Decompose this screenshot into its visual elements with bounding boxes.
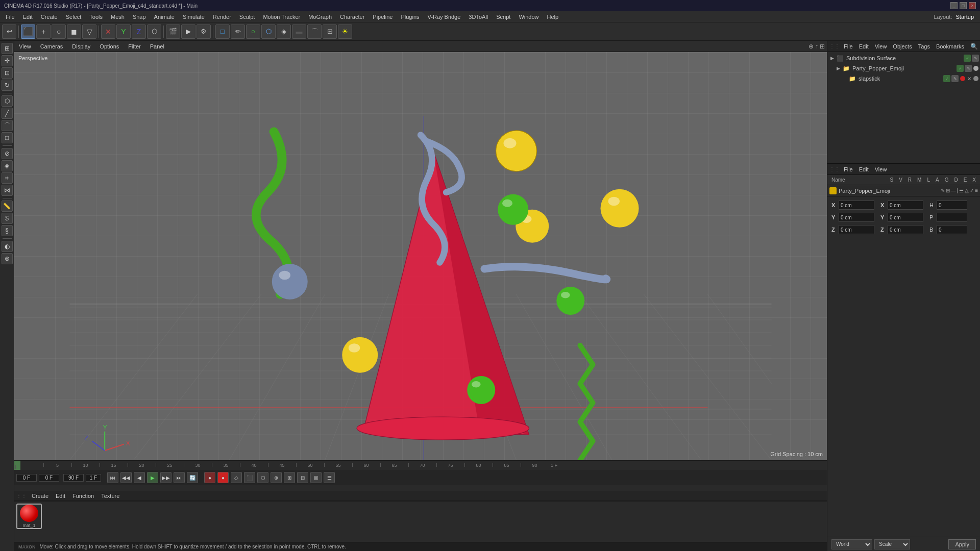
- obj-tool[interactable]: ✏: [231, 24, 245, 39]
- side-line[interactable]: ╱: [2, 108, 13, 119]
- obj-mo[interactable]: ⬡: [261, 24, 276, 39]
- mat-menu-create[interactable]: Create: [30, 493, 51, 499]
- transport-key7[interactable]: ⊠: [310, 472, 322, 483]
- menu-window[interactable]: Window: [515, 13, 542, 21]
- menu-tools[interactable]: Tools: [86, 13, 106, 21]
- tool-poly[interactable]: ⬡: [147, 24, 161, 39]
- close-btn[interactable]: ×: [969, 2, 976, 9]
- transport-loop[interactable]: 🔄: [187, 472, 198, 483]
- attr-badge-6[interactable]: △: [965, 188, 969, 193]
- menu-edit[interactable]: Edit: [19, 13, 36, 21]
- obj-menu-objects[interactable]: Objects: [891, 43, 914, 49]
- transport-step-fwd[interactable]: ▶▶: [160, 472, 172, 483]
- coord-x-pos[interactable]: [839, 201, 874, 210]
- tool-y[interactable]: Y: [116, 24, 131, 39]
- badge-dot-1[interactable]: [973, 66, 978, 71]
- mode-object[interactable]: +: [36, 24, 51, 39]
- undo-btn[interactable]: ↩: [2, 24, 16, 39]
- obj-search-icon[interactable]: 🔍: [970, 43, 978, 50]
- transport-key3[interactable]: ⬡: [257, 472, 268, 483]
- coord-p-val[interactable]: [937, 213, 967, 222]
- mat-menu-edit[interactable]: Edit: [54, 493, 67, 499]
- apply-button[interactable]: Apply: [948, 539, 976, 549]
- side-object[interactable]: □: [2, 132, 13, 143]
- side-poly[interactable]: ⬡: [2, 95, 13, 107]
- attr-badge-2[interactable]: ⊞: [946, 188, 950, 193]
- obj-light2[interactable]: ☀: [338, 24, 352, 39]
- menu-mesh[interactable]: Mesh: [107, 13, 128, 21]
- menu-character[interactable]: Character: [336, 13, 368, 21]
- obj-cube[interactable]: □: [215, 24, 230, 39]
- transport-key1[interactable]: ◇: [231, 472, 242, 483]
- vp-menu-panel[interactable]: Panel: [148, 42, 167, 51]
- obj-camera[interactable]: ▬: [292, 24, 306, 39]
- obj-menu-file[interactable]: File: [842, 43, 855, 49]
- world-dropdown[interactable]: World: [831, 539, 872, 549]
- transport-to-start[interactable]: ⏮: [107, 472, 118, 483]
- frame-current-field[interactable]: [39, 474, 59, 482]
- menu-simulate[interactable]: Simulate: [179, 13, 208, 21]
- vp-menu-options[interactable]: Options: [97, 42, 121, 51]
- menu-snap[interactable]: Snap: [129, 13, 150, 21]
- frame-display-field[interactable]: [86, 474, 101, 482]
- side-curve[interactable]: ⌒: [2, 120, 13, 131]
- material-swatch-1[interactable]: mat_1: [16, 504, 42, 529]
- obj-deform[interactable]: ◈: [277, 24, 291, 39]
- attr-badge-1[interactable]: ✎: [941, 188, 945, 193]
- side-snap[interactable]: $: [2, 213, 13, 224]
- side-magnet[interactable]: ◈: [2, 160, 13, 171]
- coord-y-rot[interactable]: [888, 213, 923, 222]
- menu-animate[interactable]: Animate: [151, 13, 178, 21]
- menu-file[interactable]: File: [2, 13, 18, 21]
- coord-z-pos[interactable]: [839, 225, 874, 234]
- mat-menu-function[interactable]: Function: [70, 493, 96, 499]
- obj-row-slapstick[interactable]: ▶ 📁 slapstick ✓ ✎ ✕: [828, 73, 979, 84]
- badge-edit-3[interactable]: ✎: [951, 75, 959, 82]
- side-selection[interactable]: ⊞: [2, 43, 13, 54]
- attr-badge-8[interactable]: ≡: [975, 188, 978, 193]
- badge-x-1[interactable]: ✕: [967, 76, 971, 82]
- obj-menu-view[interactable]: View: [873, 43, 889, 49]
- badge-edit-1[interactable]: ✎: [972, 55, 979, 62]
- badge-check-2[interactable]: ✓: [957, 65, 964, 72]
- frame-end-field[interactable]: [63, 474, 84, 482]
- badge-check-3[interactable]: ✓: [943, 75, 950, 82]
- transport-record[interactable]: ●: [204, 472, 215, 483]
- attr-badge-3[interactable]: —: [951, 188, 956, 193]
- side-spline[interactable]: §: [2, 225, 13, 236]
- attr-badge-5[interactable]: ☰: [959, 188, 964, 193]
- side-move[interactable]: ✛: [2, 55, 13, 66]
- render-view[interactable]: ▶: [181, 24, 195, 39]
- vp-icon-3[interactable]: ⊞: [820, 43, 825, 50]
- expand-icon-subdivision[interactable]: ▶: [830, 56, 837, 61]
- menu-pipeline[interactable]: Pipeline: [369, 13, 396, 21]
- menu-select[interactable]: Select: [62, 13, 85, 21]
- attr-menu-file[interactable]: File: [842, 166, 855, 172]
- obj-floor[interactable]: ⊞: [323, 24, 337, 39]
- badge-check-1[interactable]: ✓: [964, 55, 971, 62]
- side-knife[interactable]: ⊘: [2, 148, 13, 159]
- badge-dot-2[interactable]: [973, 76, 978, 81]
- transport-key2[interactable]: ⬛: [244, 472, 255, 483]
- mode-model[interactable]: ⬛: [21, 24, 35, 39]
- obj-light[interactable]: ○: [246, 24, 260, 39]
- coord-y-pos[interactable]: [839, 213, 874, 222]
- menu-script[interactable]: Script: [493, 13, 514, 21]
- frame-start-field[interactable]: [16, 474, 37, 482]
- obj-row-subdivision[interactable]: ▶ ⬛ Subdivision Surface ✓ ✎: [828, 53, 979, 63]
- tool-x[interactable]: ✕: [101, 24, 115, 39]
- transport-key5[interactable]: ⊞: [284, 472, 295, 483]
- transport-key8[interactable]: ☰: [324, 472, 335, 483]
- scale-dropdown[interactable]: Scale: [874, 539, 910, 549]
- vp-menu-view[interactable]: View: [16, 42, 34, 51]
- mode-edges[interactable]: ▽: [82, 24, 96, 39]
- obj-bend[interactable]: ⌒: [307, 24, 322, 39]
- side-rotate[interactable]: ↻: [2, 80, 13, 91]
- menu-render[interactable]: Render: [209, 13, 235, 21]
- coord-b-val[interactable]: [937, 225, 967, 234]
- menu-help[interactable]: Help: [544, 13, 562, 21]
- menu-3dtoall[interactable]: 3DToAll: [465, 13, 492, 21]
- maximize-btn[interactable]: □: [960, 2, 967, 9]
- side-texture[interactable]: ⊛: [2, 253, 13, 264]
- expand-icon-party[interactable]: ▶: [837, 66, 843, 71]
